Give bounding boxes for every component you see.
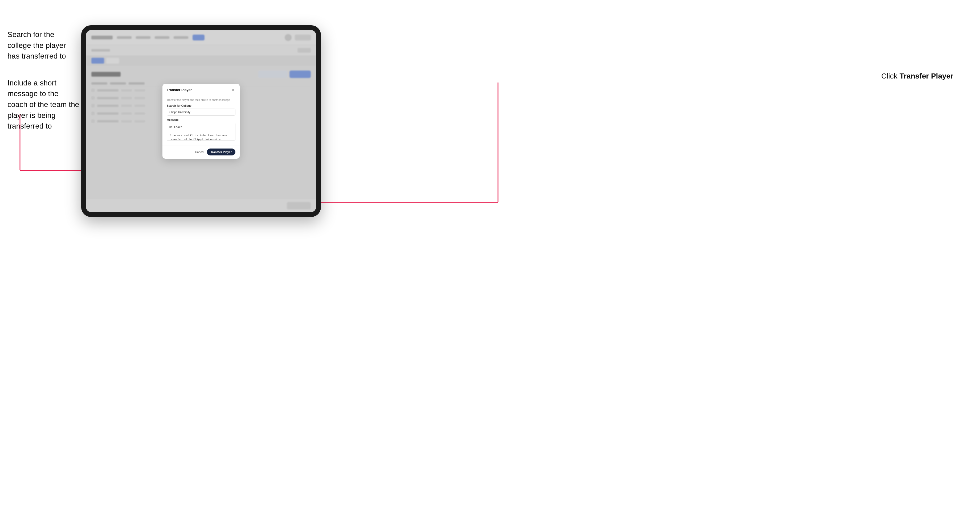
message-textarea[interactable]: Hi Coach, I understand Chris Robertson h… [167,123,235,141]
annotation-transfer-label: Transfer Player [900,72,953,80]
message-label: Message [167,118,235,121]
modal-subtitle: Transfer the player and their profile to… [167,98,235,102]
annotation-right: Click Transfer Player [881,72,953,80]
close-icon: × [232,88,234,92]
modal-footer: Cancel Transfer Player [162,146,240,159]
search-college-label: Search for College [167,104,235,107]
tablet-screen: Transfer Player × Transfer the player an… [86,30,316,212]
transfer-player-button[interactable]: Transfer Player [207,149,236,156]
annotation-message-text: Include a short message to the coach of … [8,78,80,132]
transfer-player-modal: Transfer Player × Transfer the player an… [162,84,240,159]
modal-title: Transfer Player [167,88,192,92]
annotation-search-text: Search for the college the player has tr… [8,29,80,62]
modal-header: Transfer Player × [162,84,240,95]
search-college-input[interactable] [167,109,235,116]
annotation-left-top: Search for the college the player has tr… [8,29,80,132]
modal-overlay: Transfer Player × Transfer the player an… [86,30,316,212]
cancel-button[interactable]: Cancel [195,151,204,154]
modal-body: Transfer the player and their profile to… [162,95,240,146]
tablet-device: Transfer Player × Transfer the player an… [81,25,321,217]
modal-close-button[interactable]: × [231,87,235,92]
